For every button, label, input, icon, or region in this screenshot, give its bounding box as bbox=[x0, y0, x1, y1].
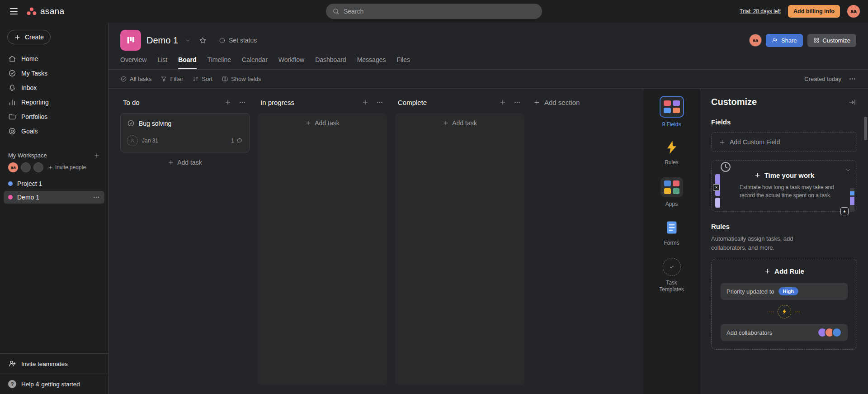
main-area: Demo 1 Set status aa Share Customize bbox=[108, 23, 868, 394]
star-icon[interactable] bbox=[198, 35, 208, 46]
project-icon[interactable] bbox=[120, 30, 141, 51]
chevron-down-icon[interactable] bbox=[844, 166, 852, 175]
tab-timeline[interactable]: Timeline bbox=[208, 56, 231, 69]
sparkle-icon: * bbox=[840, 207, 849, 215]
tab-workflow[interactable]: Workflow bbox=[278, 56, 304, 69]
assignee-placeholder-icon[interactable] bbox=[127, 135, 138, 146]
tab-dashboard[interactable]: Dashboard bbox=[315, 56, 346, 69]
sort-arrows-icon bbox=[192, 76, 199, 82]
rail-item-fields[interactable]: 9 Fields bbox=[660, 96, 684, 128]
filter-button[interactable]: Filter bbox=[160, 76, 183, 82]
sidebar-item-demo-1[interactable]: Demo 1 bbox=[4, 191, 104, 204]
member-avatar-placeholder[interactable] bbox=[33, 162, 43, 172]
sidebar-item-goals[interactable]: Goals bbox=[0, 124, 108, 138]
add-task-button[interactable]: Add task bbox=[305, 119, 339, 127]
invite-people-button[interactable]: Invite people bbox=[48, 164, 86, 171]
member-avatar[interactable]: aa bbox=[750, 34, 761, 46]
column-dropzone[interactable]: Add task bbox=[258, 113, 387, 385]
bell-icon bbox=[8, 84, 16, 92]
add-task-button[interactable]: Add task bbox=[443, 119, 476, 127]
project-color-dot bbox=[8, 195, 13, 199]
set-status-button[interactable]: Set status bbox=[219, 37, 257, 44]
customize-rail: 9 Fields Rules Apps bbox=[643, 89, 700, 394]
plus-icon bbox=[754, 172, 761, 179]
sidebar-item-my-tasks[interactable]: My Tasks bbox=[0, 66, 108, 81]
funnel-icon bbox=[160, 76, 167, 82]
column-title: In progress bbox=[260, 99, 294, 106]
customize-button[interactable]: Customize bbox=[807, 34, 856, 47]
user-avatar[interactable]: aa bbox=[847, 5, 860, 18]
rail-item-rules[interactable]: Rules bbox=[664, 139, 679, 166]
add-task-icon[interactable] bbox=[498, 98, 507, 107]
add-task-icon[interactable] bbox=[361, 98, 370, 107]
add-custom-field-button[interactable]: Add Custom Field bbox=[711, 132, 857, 152]
add-project-icon[interactable] bbox=[94, 152, 100, 159]
rail-item-apps[interactable]: Apps bbox=[660, 177, 683, 208]
show-fields-button[interactable]: Show fields bbox=[222, 76, 261, 82]
workspace-header[interactable]: My Workspace bbox=[0, 149, 108, 161]
sidebar-item-inbox[interactable]: Inbox bbox=[0, 81, 108, 95]
tab-messages[interactable]: Messages bbox=[357, 56, 386, 69]
plus-icon bbox=[168, 159, 174, 166]
create-button[interactable]: Create bbox=[7, 30, 51, 44]
asana-logo-icon bbox=[27, 7, 37, 16]
trial-days-link[interactable]: Trial: 28 days left bbox=[740, 8, 781, 14]
comment-count: 1 bbox=[231, 138, 243, 144]
menu-icon[interactable] bbox=[8, 6, 19, 16]
tab-board[interactable]: Board bbox=[178, 56, 196, 69]
comment-bubble-icon bbox=[236, 138, 243, 144]
share-button[interactable]: Share bbox=[766, 34, 803, 47]
rail-item-forms[interactable]: Forms bbox=[664, 219, 680, 247]
workspace-title: My Workspace bbox=[8, 152, 47, 159]
tab-calendar[interactable]: Calendar bbox=[242, 56, 268, 69]
board-toolbar: All tasks Filter Sort Show fields Create… bbox=[108, 70, 868, 89]
column-options-icon[interactable] bbox=[375, 98, 384, 107]
sort-button[interactable]: Sort bbox=[192, 76, 212, 82]
task-check-icon[interactable] bbox=[127, 119, 135, 127]
help-button[interactable]: ? Help & getting started bbox=[0, 374, 108, 394]
add-task-icon[interactable] bbox=[223, 98, 232, 107]
due-date[interactable]: Jan 31 bbox=[142, 138, 158, 144]
invite-teammates-button[interactable]: Invite teammates bbox=[0, 353, 108, 374]
time-tracking-promo-card[interactable]: ✕ * Time your work Estimate how long a t… bbox=[711, 160, 857, 212]
asana-logo[interactable]: asana bbox=[27, 6, 64, 16]
scrollbar[interactable] bbox=[864, 89, 867, 394]
add-billing-button[interactable]: Add billing info bbox=[788, 5, 840, 18]
chart-icon bbox=[8, 98, 16, 106]
form-document-icon bbox=[664, 219, 680, 236]
workspace-members: aa Invite people bbox=[0, 161, 108, 177]
add-rule-button[interactable]: Add Rule bbox=[721, 267, 848, 275]
collapse-panel-icon[interactable] bbox=[847, 97, 857, 107]
tab-overview[interactable]: Overview bbox=[120, 56, 146, 69]
search-bar[interactable] bbox=[326, 4, 542, 19]
add-task-button[interactable]: Add task bbox=[168, 159, 202, 166]
member-avatar-placeholder[interactable] bbox=[21, 162, 31, 172]
panel-title: Customize bbox=[711, 97, 757, 107]
column-options-icon[interactable] bbox=[513, 98, 522, 107]
project-options-icon[interactable] bbox=[93, 194, 100, 201]
toolbar-options-icon[interactable] bbox=[849, 75, 856, 83]
title-chevron-down-icon[interactable] bbox=[184, 36, 192, 45]
home-icon bbox=[8, 55, 16, 63]
sidebar-item-portfolios[interactable]: Portfolios bbox=[0, 109, 108, 124]
sidebar-item-home[interactable]: Home bbox=[0, 52, 108, 66]
sidebar-item-reporting[interactable]: Reporting bbox=[0, 95, 108, 109]
search-input[interactable] bbox=[344, 8, 536, 15]
target-icon bbox=[8, 127, 16, 135]
plus-icon bbox=[533, 99, 540, 106]
column-options-icon[interactable] bbox=[238, 98, 247, 107]
grid-icon bbox=[813, 37, 820, 43]
column-dropzone[interactable]: Add task bbox=[395, 113, 524, 385]
created-today-label: Created today bbox=[804, 76, 841, 82]
task-card[interactable]: Bug solving Jan 31 1 bbox=[120, 113, 250, 152]
clock-icon bbox=[719, 161, 732, 173]
rail-item-task-templates[interactable]: Task Templates bbox=[656, 258, 688, 293]
add-rule-card[interactable]: Add Rule Priority updated to High bbox=[711, 259, 857, 350]
sidebar-item-project-1[interactable]: Project 1 bbox=[4, 177, 104, 190]
tab-files[interactable]: Files bbox=[396, 56, 410, 69]
all-tasks-filter[interactable]: All tasks bbox=[120, 76, 151, 82]
tab-list[interactable]: List bbox=[157, 56, 167, 69]
board-column-in-progress: In progress Add task bbox=[258, 97, 387, 385]
add-section-button[interactable]: Add section bbox=[533, 97, 618, 108]
member-avatar[interactable]: aa bbox=[8, 162, 18, 172]
